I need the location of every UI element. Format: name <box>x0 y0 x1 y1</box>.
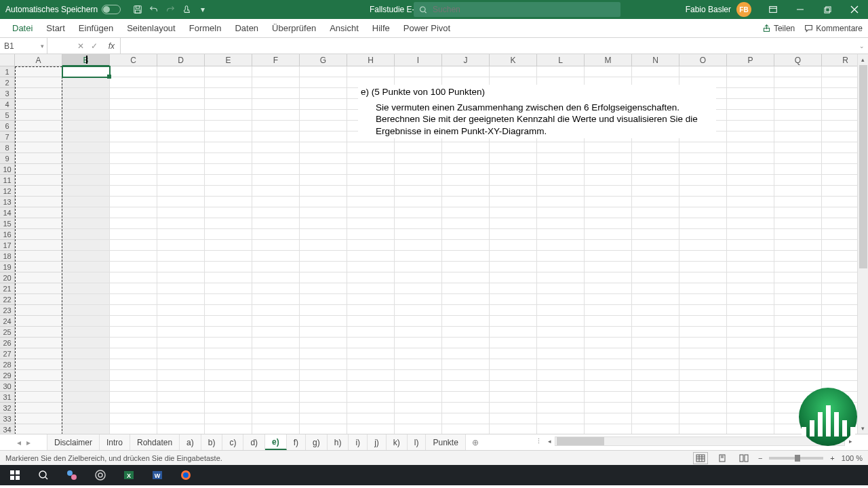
cell-I28[interactable] <box>395 359 442 370</box>
cell-B7[interactable] <box>62 131 110 142</box>
cell-D22[interactable] <box>157 294 205 305</box>
row-header-24[interactable]: 24 <box>0 316 15 327</box>
cell-G29[interactable] <box>300 370 347 381</box>
cell-Q24[interactable] <box>774 316 822 327</box>
column-header-L[interactable]: L <box>537 54 585 66</box>
cell-B15[interactable] <box>62 218 110 229</box>
cell-J29[interactable] <box>442 370 490 381</box>
sheet-tab-c[interactable]: c) <box>222 434 243 450</box>
cell-J8[interactable] <box>442 142 490 153</box>
cell-B27[interactable] <box>62 348 110 359</box>
cell-A22[interactable] <box>15 294 62 305</box>
cell-E24[interactable] <box>205 316 252 327</box>
cell-N23[interactable] <box>632 305 679 316</box>
cell-G4[interactable] <box>300 99 347 110</box>
cell-P10[interactable] <box>727 164 774 175</box>
cell-J1[interactable] <box>442 66 490 77</box>
cell-H24[interactable] <box>347 316 395 327</box>
cell-F9[interactable] <box>252 153 300 164</box>
cell-F15[interactable] <box>252 218 300 229</box>
cell-F8[interactable] <box>252 142 300 153</box>
cell-B3[interactable] <box>62 88 110 99</box>
column-header-A[interactable]: A <box>15 54 62 66</box>
cell-O22[interactable] <box>679 294 727 305</box>
cell-F20[interactable] <box>252 272 300 283</box>
cell-N14[interactable] <box>632 207 679 218</box>
cell-G3[interactable] <box>300 88 347 99</box>
cell-N1[interactable] <box>632 66 679 77</box>
cell-D6[interactable] <box>157 121 205 131</box>
cell-J15[interactable] <box>442 218 490 229</box>
sheet-tab-k[interactable]: k) <box>387 434 408 450</box>
cell-F24[interactable] <box>252 316 300 327</box>
cell-G5[interactable] <box>300 110 347 121</box>
select-all-corner[interactable] <box>0 54 15 66</box>
cell-N34[interactable] <box>632 424 679 434</box>
ribbon-tab-daten[interactable]: Daten <box>228 20 265 37</box>
cell-B26[interactable] <box>62 338 110 348</box>
cell-D20[interactable] <box>157 272 205 283</box>
cell-P22[interactable] <box>727 294 774 305</box>
cell-A32[interactable] <box>15 403 62 413</box>
cell-A4[interactable] <box>15 99 62 110</box>
taskbar-search-icon[interactable] <box>31 466 56 485</box>
taskbar-excel-icon[interactable]: X <box>117 466 141 485</box>
row-header-22[interactable]: 22 <box>0 294 15 305</box>
cell-G15[interactable] <box>300 218 347 229</box>
cell-H19[interactable] <box>347 262 395 272</box>
cell-B17[interactable] <box>62 240 110 251</box>
cell-C11[interactable] <box>110 175 157 186</box>
cell-K28[interactable] <box>490 359 537 370</box>
row-header-7[interactable]: 7 <box>0 131 15 142</box>
cell-F30[interactable] <box>252 381 300 392</box>
cell-D2[interactable] <box>157 77 205 88</box>
cell-M23[interactable] <box>585 305 632 316</box>
cell-C31[interactable] <box>110 392 157 403</box>
cell-Q25[interactable] <box>774 327 822 338</box>
cell-P34[interactable] <box>727 424 774 434</box>
cell-B1[interactable] <box>62 66 110 77</box>
cell-M28[interactable] <box>585 359 632 370</box>
cell-I10[interactable] <box>395 164 442 175</box>
cell-K19[interactable] <box>490 262 537 272</box>
redo-icon[interactable] <box>165 5 175 14</box>
cell-E21[interactable] <box>205 283 252 294</box>
cell-O27[interactable] <box>679 348 727 359</box>
cell-P23[interactable] <box>727 305 774 316</box>
cell-B33[interactable] <box>62 413 110 424</box>
cell-D14[interactable] <box>157 207 205 218</box>
cell-B25[interactable] <box>62 327 110 338</box>
cell-C26[interactable] <box>110 338 157 348</box>
row-header-31[interactable]: 31 <box>0 392 15 403</box>
cell-K15[interactable] <box>490 218 537 229</box>
cell-A8[interactable] <box>15 142 62 153</box>
cell-L33[interactable] <box>537 413 585 424</box>
cell-A25[interactable] <box>15 327 62 338</box>
cell-I17[interactable] <box>395 240 442 251</box>
page-break-view-icon[interactable] <box>736 452 751 464</box>
cell-B2[interactable] <box>62 77 110 88</box>
cell-G2[interactable] <box>300 77 347 88</box>
cell-O8[interactable] <box>679 142 727 153</box>
cell-Q14[interactable] <box>774 207 822 218</box>
cell-Q23[interactable] <box>774 305 822 316</box>
cell-B8[interactable] <box>62 142 110 153</box>
cell-J25[interactable] <box>442 327 490 338</box>
cell-A23[interactable] <box>15 305 62 316</box>
cell-C30[interactable] <box>110 381 157 392</box>
cell-I11[interactable] <box>395 175 442 186</box>
cell-J32[interactable] <box>442 403 490 413</box>
column-header-E[interactable]: E <box>205 54 252 66</box>
zoom-out-button[interactable]: − <box>758 454 762 462</box>
cell-D9[interactable] <box>157 153 205 164</box>
cell-E3[interactable] <box>205 88 252 99</box>
ribbon-tab-seitenlayout[interactable]: Seitenlayout <box>120 20 182 37</box>
cell-P26[interactable] <box>727 338 774 348</box>
cell-L16[interactable] <box>537 229 585 240</box>
cell-P7[interactable] <box>727 131 774 142</box>
cell-G7[interactable] <box>300 131 347 142</box>
cell-Q4[interactable] <box>774 99 822 110</box>
ribbon-tab-hilfe[interactable]: Hilfe <box>366 20 397 37</box>
cell-H8[interactable] <box>347 142 395 153</box>
cell-Q9[interactable] <box>774 153 822 164</box>
